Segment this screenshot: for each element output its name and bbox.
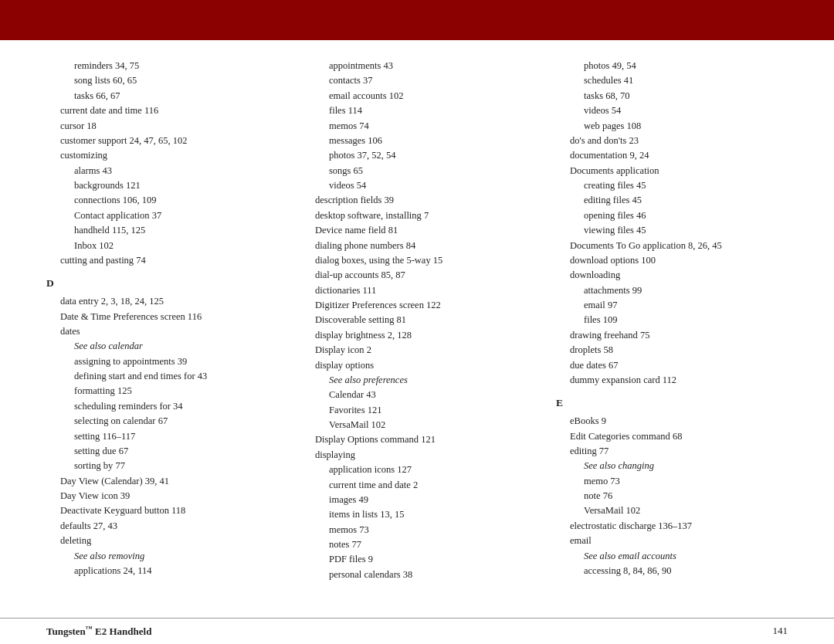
column-3: photos 49, 54schedules 41tasks 68, 70vid…	[556, 59, 788, 618]
index-entry: applications 24, 114	[46, 564, 278, 578]
index-entry: droplets 58	[556, 343, 788, 358]
index-entry: cutting and pasting 74	[46, 253, 278, 268]
index-entry: customer support 24, 47, 65, 102	[46, 134, 278, 148]
index-entry: dictionaries 111	[301, 283, 533, 298]
index-entry: memos 74	[301, 119, 533, 134]
index-entry: Day View (Calendar) 39, 41	[46, 474, 278, 489]
index-entry: See also email accounts	[556, 549, 788, 564]
index-entry: defining start and end times for 43	[46, 369, 278, 384]
index-entry: handheld 115, 125	[46, 223, 278, 238]
index-entry: formatting 125	[46, 384, 278, 398]
index-entry: cursor 18	[46, 119, 278, 134]
index-entry: videos 54	[556, 103, 788, 118]
index-entry: See also changing	[556, 459, 788, 473]
index-entry: videos 54	[301, 178, 533, 193]
index-entry: files 109	[556, 313, 788, 327]
index-entry: files 114	[301, 103, 533, 118]
index-entry: items in lists 13, 15	[301, 507, 533, 522]
index-entry: email	[556, 534, 788, 548]
index-entry: tasks 68, 70	[556, 89, 788, 103]
index-entry: customizing	[46, 148, 278, 163]
index-entry: drawing freehand 75	[556, 328, 788, 343]
footer-title: Tungsten™ E2 Handheld	[46, 625, 151, 638]
index-entry: reminders 34, 75	[46, 59, 278, 73]
index-entry: Discoverable setting 81	[301, 313, 533, 327]
index-entry: alarms 43	[46, 164, 278, 178]
index-entry: scheduling reminders for 34	[46, 399, 278, 414]
index-entry: web pages 108	[556, 119, 788, 134]
index-entry: selecting on calendar 67	[46, 414, 278, 429]
index-entry: appointments 43	[301, 59, 533, 73]
index-entry: schedules 41	[556, 73, 788, 88]
index-entry: editing 77	[556, 444, 788, 459]
index-entry: tasks 66, 67	[46, 89, 278, 103]
index-entry: setting due 67	[46, 444, 278, 459]
index-entry: desktop software, installing 7	[301, 208, 533, 223]
index-entry: editing files 45	[556, 193, 788, 208]
index-entry: application icons 127	[301, 463, 533, 477]
top-bar	[0, 0, 834, 40]
index-entry: eBooks 9	[556, 414, 788, 429]
index-entry: email accounts 102	[301, 89, 533, 103]
columns: reminders 34, 75song lists 60, 65tasks 6…	[46, 59, 788, 618]
index-entry: Device name field 81	[301, 223, 533, 238]
index-entry: E	[556, 395, 788, 412]
index-entry: email 97	[556, 298, 788, 313]
index-entry: dates	[46, 324, 278, 339]
index-entry: accessing 8, 84, 86, 90	[556, 564, 788, 578]
footer: Tungsten™ E2 Handheld 141	[0, 618, 834, 644]
index-entry: deleting	[46, 534, 278, 548]
page-container: reminders 34, 75song lists 60, 65tasks 6…	[0, 0, 834, 644]
index-entry: PDF files 9	[301, 552, 533, 567]
content-area: reminders 34, 75song lists 60, 65tasks 6…	[0, 40, 834, 618]
footer-page: 141	[773, 625, 788, 637]
index-entry: Documents application	[556, 164, 788, 178]
index-entry: current time and date 2	[301, 478, 533, 493]
index-entry: Documents To Go application 8, 26, 45	[556, 239, 788, 253]
index-entry: VersaMail 102	[556, 503, 788, 518]
index-entry: defaults 27, 43	[46, 519, 278, 534]
index-entry: contacts 37	[301, 73, 533, 88]
index-entry: Calendar 43	[301, 388, 533, 402]
index-entry: Edit Categories command 68	[556, 429, 788, 444]
index-entry: do's and don'ts 23	[556, 134, 788, 148]
index-entry: messages 106	[301, 134, 533, 148]
index-entry: current date and time 116	[46, 103, 278, 118]
index-entry: images 49	[301, 493, 533, 507]
index-entry: Deactivate Keyguard button 118	[46, 503, 278, 518]
index-entry: download options 100	[556, 253, 788, 268]
index-entry: Inbox 102	[46, 239, 278, 253]
index-entry: Digitizer Preferences screen 122	[301, 298, 533, 313]
index-entry: due dates 67	[556, 358, 788, 373]
index-entry: See also calendar	[46, 339, 278, 354]
index-entry: Favorites 121	[301, 403, 533, 418]
index-entry: Date & Time Preferences screen 116	[46, 310, 278, 324]
index-entry: photos 49, 54	[556, 59, 788, 73]
column-1: reminders 34, 75song lists 60, 65tasks 6…	[46, 59, 301, 618]
index-entry: See also preferences	[301, 373, 533, 388]
index-entry: VersaMail 102	[301, 418, 533, 432]
index-entry: documentation 9, 24	[556, 148, 788, 163]
index-entry: Display Options command 121	[301, 432, 533, 447]
index-entry: backgrounds 121	[46, 178, 278, 193]
index-entry: songs 65	[301, 164, 533, 178]
index-entry: description fields 39	[301, 193, 533, 208]
index-entry: Contact application 37	[46, 208, 278, 223]
index-entry: See also removing	[46, 549, 278, 564]
index-entry: D	[46, 276, 278, 292]
index-entry: viewing files 45	[556, 223, 788, 238]
index-entry: display brightness 2, 128	[301, 328, 533, 343]
index-entry: Day View icon 39	[46, 489, 278, 503]
index-entry: creating files 45	[556, 178, 788, 193]
index-entry: song lists 60, 65	[46, 73, 278, 88]
index-entry: dial-up accounts 85, 87	[301, 268, 533, 283]
index-entry: memos 73	[301, 523, 533, 537]
index-entry: data entry 2, 3, 18, 24, 125	[46, 294, 278, 309]
index-entry: displaying	[301, 448, 533, 463]
index-entry: opening files 46	[556, 208, 788, 223]
index-entry: attachments 99	[556, 283, 788, 298]
index-entry: Display icon 2	[301, 343, 533, 358]
index-entry: dummy expansion card 112	[556, 373, 788, 388]
index-entry: setting 116–117	[46, 429, 278, 444]
index-entry: downloading	[556, 268, 788, 283]
